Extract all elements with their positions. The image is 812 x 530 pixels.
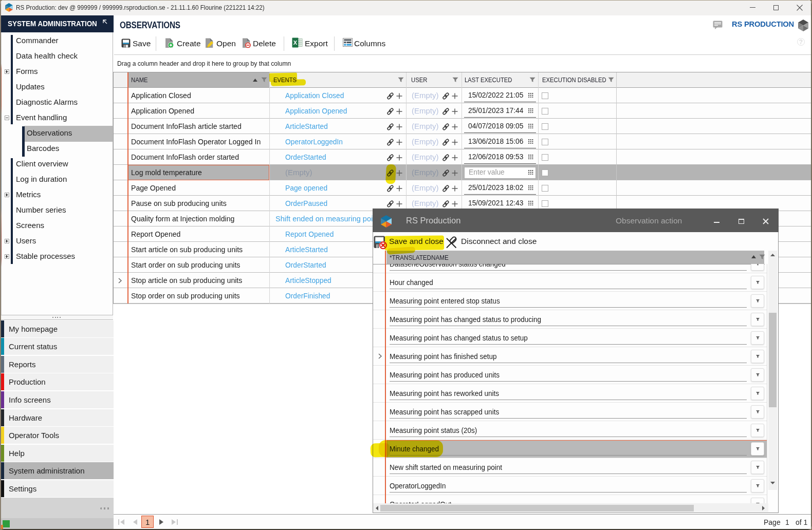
svg-text:X: X: [293, 40, 298, 46]
